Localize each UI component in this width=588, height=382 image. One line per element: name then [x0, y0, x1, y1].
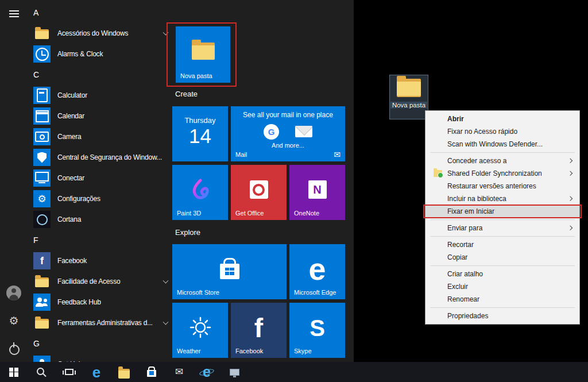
app-item-cortana[interactable]: Cortana — [28, 209, 172, 230]
taskbar-edge-button[interactable]: e — [83, 362, 110, 382]
tile-calendar[interactable]: Thursday 14 — [172, 106, 228, 161]
tile-weather[interactable]: Weather — [172, 303, 228, 358]
expand-menu-button[interactable] — [0, 0, 28, 28]
gear-icon: ⚙ — [37, 194, 46, 204]
app-item-feedback-hub[interactable]: Feedback Hub — [28, 292, 172, 312]
context-menu-item-restore-versions[interactable]: Restaurar versões anteriores — [425, 180, 579, 192]
menu-item-label: Restaurar versões anteriores — [447, 182, 536, 190]
app-item-label: Camera — [57, 133, 81, 141]
paint3d-brush-icon — [189, 178, 212, 201]
context-menu-item-scan-defender[interactable]: Scan with Windows Defender... — [425, 138, 579, 151]
file-explorer-icon — [118, 369, 130, 377]
section-header-c[interactable]: C — [28, 64, 172, 85]
menu-separator — [430, 152, 575, 153]
tile-label: Mail — [235, 151, 247, 158]
tile-store[interactable]: Microsoft Store — [172, 244, 287, 299]
app-item-label: Calculator — [57, 91, 87, 99]
connect-icon — [33, 169, 51, 187]
tile-group-explore[interactable]: Explore — [175, 228, 200, 237]
app-item-admin-tools[interactable]: Ferramentas Administrativas d... — [28, 312, 172, 333]
app-item-connect[interactable]: Conectar — [28, 168, 172, 188]
app-item-facebook[interactable]: f Facebook — [28, 250, 172, 271]
power-button[interactable] — [0, 334, 28, 362]
app-item-label: Central de Segurança do Window... — [57, 153, 162, 161]
app-item-calculator[interactable]: Calculator — [28, 85, 172, 106]
sun-icon — [189, 316, 212, 339]
context-menu-item-shared-folder-sync[interactable]: Shared Folder Synchronization — [425, 167, 579, 180]
taskbar-search-button[interactable] — [28, 362, 55, 382]
app-item-ease-of-access[interactable]: Facilidade de Acesso — [28, 271, 172, 292]
chevron-down-icon[interactable] — [163, 319, 169, 325]
section-header-a[interactable]: A — [28, 2, 172, 23]
taskbar-mail-button[interactable]: ✉ — [165, 362, 193, 382]
menu-item-label: Propriedades — [447, 312, 488, 320]
section-header-g[interactable]: G — [28, 333, 172, 354]
taskbar-taskview-button[interactable] — [55, 362, 83, 382]
tile-mail[interactable]: See all your mail in one place G And mor… — [231, 106, 345, 161]
tile-label: Facebook — [235, 348, 263, 354]
context-menu-item-cut[interactable]: Recortar — [425, 238, 579, 251]
tile-onenote[interactable]: N OneNote — [289, 165, 345, 220]
red-highlight-box-tile — [167, 22, 237, 87]
mail-more-text: And more... — [231, 142, 345, 149]
taskbar-explorer-button[interactable] — [110, 362, 138, 382]
user-account-button[interactable] — [0, 279, 28, 307]
app-item-settings[interactable]: ⚙ Configurações — [28, 188, 172, 209]
chevron-down-icon[interactable] — [163, 278, 169, 284]
envelope-icon: ✉ — [334, 150, 341, 159]
screen: ⚙ A Acessórios do Windows Alarms & Clock… — [0, 0, 588, 382]
context-menu-item-properties[interactable]: Propriedades — [425, 310, 579, 322]
power-icon — [8, 342, 20, 354]
computer-monitor-icon — [230, 369, 239, 376]
calendar-day: 14 — [172, 125, 228, 148]
person-icon — [33, 356, 51, 362]
desktop-icon-nova-pasta[interactable]: Nova pasta — [389, 75, 428, 119]
context-menu-item-pin-to-start[interactable]: Fixar em Iniciar — [425, 205, 579, 218]
folder-icon — [397, 79, 421, 97]
context-menu-item-rename[interactable]: Renomear — [425, 293, 579, 306]
context-menu-item-pin-quick-access[interactable]: Fixar no Acesso rápido — [425, 125, 579, 138]
menu-item-label: Fixar no Acesso rápido — [447, 128, 517, 136]
section-letter: C — [33, 70, 39, 79]
context-menu-item-copy[interactable]: Copiar — [425, 251, 579, 264]
app-item-label: Facilidade de Acesso — [57, 277, 120, 285]
hamburger-icon — [9, 10, 19, 11]
context-menu-item-delete[interactable]: Excluir — [425, 280, 579, 293]
envelope-icon — [295, 126, 312, 137]
app-item-get-help[interactable]: Get Help — [28, 354, 172, 362]
menu-item-label: Criar atalho — [447, 270, 483, 278]
tile-edge[interactable]: e Microsoft Edge — [289, 244, 345, 299]
taskbar-store-button[interactable] — [138, 362, 165, 382]
tile-facebook[interactable]: f Facebook — [231, 303, 287, 358]
context-menu-item-create-shortcut[interactable]: Criar atalho — [425, 268, 579, 280]
context-menu-item-grant-access[interactable]: Conceder acesso a — [425, 155, 579, 167]
section-header-f[interactable]: F — [28, 230, 172, 250]
tile-get-office[interactable]: Get Office — [231, 165, 287, 220]
store-bag-icon — [147, 370, 156, 377]
tile-paint3d[interactable]: Paint 3D — [172, 165, 228, 220]
edge-icon: e — [92, 365, 100, 380]
clock-icon — [33, 45, 51, 63]
settings-button[interactable]: ⚙ — [0, 307, 28, 334]
tile-group-create[interactable]: Create — [175, 90, 198, 98]
feedback-icon — [33, 294, 51, 311]
taskbar-computer-button[interactable] — [220, 362, 248, 382]
mail-envelope-icon: ✉ — [175, 367, 183, 377]
app-item-calendar[interactable]: Calendar — [28, 106, 172, 126]
context-menu-item-include-library[interactable]: Incluir na biblioteca — [425, 192, 579, 205]
tile-label: Microsoft Store — [177, 289, 219, 296]
app-item-alarms-clock[interactable]: Alarms & Clock — [28, 44, 172, 64]
store-bag-icon — [220, 264, 239, 279]
context-menu-item-send-to[interactable]: Enviar para — [425, 222, 579, 234]
menu-item-label: Abrir — [447, 115, 464, 123]
google-icon: G — [264, 124, 279, 140]
app-item-windows-security[interactable]: Central de Segurança do Window... — [28, 147, 172, 168]
context-menu-item-open[interactable]: Abrir — [425, 113, 579, 125]
windows-flag-icon — [225, 268, 234, 275]
taskbar-start-button[interactable] — [0, 362, 28, 382]
menu-item-label: Excluir — [447, 283, 468, 291]
app-item-camera[interactable]: Camera — [28, 126, 172, 147]
app-item-windows-accessories[interactable]: Acessórios do Windows — [28, 23, 172, 44]
taskbar-ie-button[interactable]: e — [193, 362, 220, 382]
tile-skype[interactable]: S Skype — [289, 303, 345, 358]
